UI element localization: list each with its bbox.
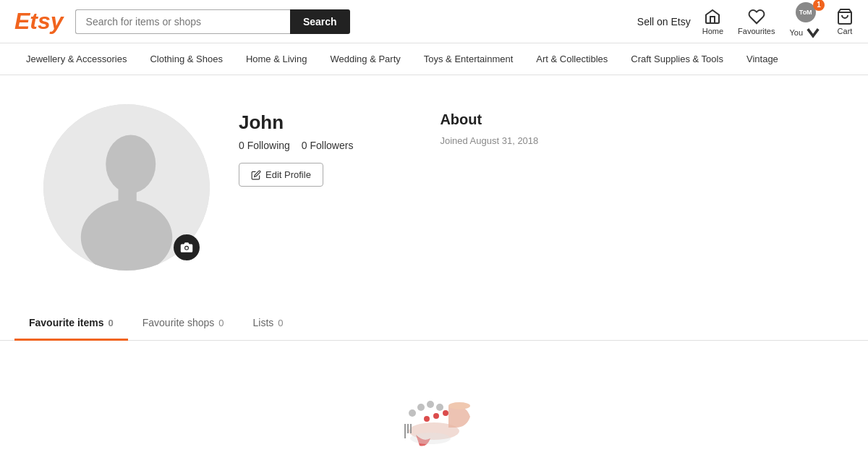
favourites-label: Favourites: [738, 27, 775, 35]
svg-point-9: [417, 404, 425, 411]
logo[interactable]: Etsy: [14, 8, 64, 35]
favourites-nav-item[interactable]: Favourites: [738, 8, 775, 35]
svg-point-12: [424, 416, 430, 422]
chevron-down-icon: [804, 24, 822, 41]
nav-craft[interactable]: Craft Supplies & Tools: [619, 43, 735, 75]
tab-favourite-items-label: Favourite items: [29, 317, 103, 328]
tabs-container: Favourite items 0 Favourite shops 0 List…: [0, 307, 868, 341]
nav-home[interactable]: Home & Living: [234, 43, 319, 75]
avatar-wrapper: [43, 104, 210, 271]
tab-favourite-shops[interactable]: Favourite shops 0: [128, 307, 239, 341]
home-nav-item[interactable]: Home: [702, 8, 723, 35]
camera-icon: [180, 241, 193, 254]
pencil-icon: [251, 170, 261, 180]
tabs: Favourite items 0 Favourite shops 0 List…: [0, 307, 868, 340]
nav-clothing[interactable]: Clothing & Shoes: [138, 43, 234, 75]
svg-point-2: [106, 135, 156, 193]
cart-nav-item[interactable]: Cart: [836, 8, 854, 35]
profile-info: John 0 Following 0 Followers Edit Profil…: [239, 104, 353, 187]
svg-rect-4: [119, 186, 137, 203]
about-joined: Joined August 31, 2018: [440, 135, 538, 146]
svg-point-8: [409, 409, 416, 417]
nav-vintage[interactable]: Vintage: [735, 43, 790, 75]
profile-section: John 0 Following 0 Followers Edit Profil…: [0, 75, 868, 299]
tab-favourite-shops-count: 0: [218, 318, 224, 328]
tab-favourite-items[interactable]: Favourite items 0: [14, 307, 128, 341]
edit-profile-button[interactable]: Edit Profile: [239, 163, 323, 187]
search-input[interactable]: [75, 9, 290, 34]
nav-toys[interactable]: Toys & Entertainment: [412, 43, 525, 75]
cart-icon: [836, 8, 854, 25]
main-content: [0, 341, 868, 476]
svg-point-6: [185, 247, 188, 250]
following-count[interactable]: 0 Following: [239, 140, 290, 151]
svg-point-13: [433, 413, 439, 419]
search-bar: Search: [75, 9, 350, 34]
you-nav-item[interactable]: ToM 1 You: [789, 2, 822, 41]
followers-count[interactable]: 0 Followers: [302, 140, 354, 151]
about-title: About: [440, 111, 538, 128]
tab-favourite-shops-label: Favourite shops: [142, 317, 215, 328]
heart-icon: [748, 8, 765, 25]
profile-name: John: [239, 111, 353, 134]
header-nav-icons: Home Favourites ToM 1 You: [702, 2, 854, 41]
search-button[interactable]: Search: [290, 9, 350, 34]
category-nav: Jewellery & Accessories Clothing & Shoes…: [0, 43, 868, 75]
svg-point-11: [436, 404, 443, 411]
nav-art[interactable]: Art & Collectibles: [524, 43, 619, 75]
about-section: About Joined August 31, 2018: [440, 104, 538, 146]
edit-profile-label: Edit Profile: [265, 169, 311, 180]
cart-label: Cart: [838, 27, 853, 35]
header: Etsy Search Sell on Etsy Home Favourites…: [0, 0, 868, 43]
you-label: You: [789, 24, 822, 41]
camera-button[interactable]: [174, 234, 200, 260]
tab-lists-count: 0: [278, 318, 283, 328]
tab-lists[interactable]: Lists 0: [239, 307, 298, 341]
svg-point-15: [448, 402, 470, 409]
home-label: Home: [702, 27, 723, 35]
tab-favourite-items-count: 0: [108, 318, 113, 328]
svg-point-10: [427, 401, 434, 408]
profile-stats: 0 Following 0 Followers: [239, 140, 353, 151]
svg-point-19: [410, 433, 451, 444]
svg-point-14: [443, 410, 448, 416]
tab-lists-label: Lists: [253, 317, 274, 328]
home-icon: [704, 8, 721, 25]
empty-state-illustration: [376, 370, 492, 456]
you-badge: 1: [813, 0, 825, 11]
avatar-initials: ToM: [799, 9, 812, 16]
nav-wedding[interactable]: Wedding & Party: [318, 43, 412, 75]
nav-jewellery[interactable]: Jewellery & Accessories: [14, 43, 138, 75]
sell-on-etsy-link[interactable]: Sell on Etsy: [637, 16, 691, 27]
